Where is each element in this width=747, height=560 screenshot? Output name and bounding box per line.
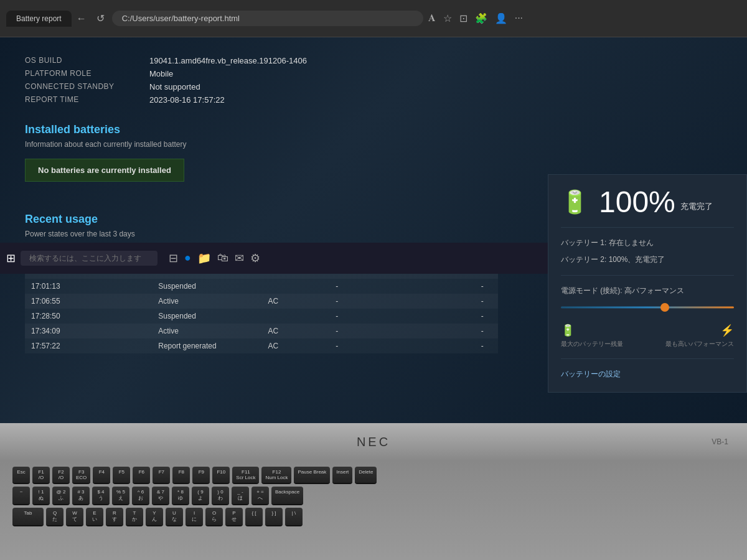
collections-icon[interactable]: ⊡ <box>459 12 467 24</box>
battery1-info: バッテリー 1: 存在しません <box>561 238 734 248</box>
key-o[interactable]: Oら <box>205 508 223 526</box>
task-view-icon[interactable]: ⊟ <box>169 251 178 265</box>
key-8[interactable]: * 8ゆ <box>172 487 189 505</box>
cell-state: Active <box>152 324 261 338</box>
cell-capacity: - <box>329 309 474 324</box>
key-p[interactable]: Pせ <box>225 508 243 526</box>
divider3 <box>561 358 734 359</box>
key-f5[interactable]: F5 <box>113 467 130 484</box>
cell-remaining: - <box>475 309 498 324</box>
cell-state: Suspended <box>152 309 261 324</box>
battery-save-icon: 🔋 <box>561 324 575 337</box>
power-slider[interactable] <box>561 301 734 314</box>
key-f4[interactable]: F4 <box>93 467 110 484</box>
key-i[interactable]: Iに <box>186 508 203 526</box>
cell-state: Report generated <box>152 338 261 353</box>
key-f12[interactable]: F12Num Lock <box>261 467 291 484</box>
cell-start-time: 17:06:55 <box>25 294 152 309</box>
key-f8[interactable]: F8 <box>172 467 190 484</box>
cell-remaining: - <box>475 279 498 294</box>
key-backslash[interactable]: | \ <box>285 508 303 526</box>
os-build-row: OS BUILD 19041.1.amd64fre.vb_release.191… <box>25 56 722 65</box>
key-insert[interactable]: Insert <box>332 467 352 484</box>
favorites-icon[interactable]: ☆ <box>443 12 452 24</box>
keyboard-area: Esc F1/O F2/O F3ECO F4 F5 F6 F7 F8 F9 F1… <box>0 460 747 560</box>
key-f1[interactable]: F1/O <box>32 467 50 484</box>
laptop-brand: NEC <box>357 435 390 449</box>
refresh-button[interactable]: ↺ <box>94 10 107 27</box>
key-u[interactable]: Uな <box>166 508 183 526</box>
key-backspace[interactable]: Backspace <box>271 487 303 505</box>
key-esc[interactable]: Esc <box>12 467 30 484</box>
key-y[interactable]: Yん <box>146 508 163 526</box>
cell-start-time: 17:01:13 <box>25 279 152 294</box>
slider-left-label: 最大のバッテリー残量 <box>561 340 623 348</box>
key-tilde[interactable]: ~ <box>12 487 30 505</box>
battery-settings-link[interactable]: バッテリーの設定 <box>561 369 734 380</box>
connected-standby-label: CONNECTED STANDBY <box>25 82 149 91</box>
key-1[interactable]: ! 1ぬ <box>32 487 50 505</box>
keyboard-keys: Esc F1/O F2/O F3ECO F4 F5 F6 F7 F8 F9 F1… <box>0 460 747 533</box>
back-button[interactable]: ← <box>74 11 89 27</box>
browser-tab[interactable]: Battery report <box>6 11 72 27</box>
key-9[interactable]: ( 9よ <box>192 487 209 505</box>
key-bracket-r[interactable]: } ] <box>265 508 283 526</box>
connected-standby-value: Not supported <box>149 82 200 91</box>
cell-capacity: - <box>329 324 474 338</box>
profile-icon[interactable]: 👤 <box>495 12 507 24</box>
cell-source: AC <box>261 324 329 338</box>
key-2[interactable]: @ 2ふ <box>52 487 70 505</box>
taskbar-search[interactable] <box>21 251 157 266</box>
store-icon[interactable]: 🛍 <box>217 251 228 265</box>
key-f9[interactable]: F9 <box>192 467 210 484</box>
os-build-value: 19041.1.amd64fre.vb_release.191206-1406 <box>149 56 307 65</box>
browser-toolbar: 𝐀 ☆ ⊡ 🧩 👤 ··· <box>428 12 523 24</box>
key-pause[interactable]: Pause Break <box>294 467 330 484</box>
key-q[interactable]: Qた <box>46 508 63 526</box>
key-delete[interactable]: Delete <box>355 467 377 484</box>
key-6[interactable]: ^ 6お <box>132 487 149 505</box>
settings-icon[interactable]: ⚙ <box>250 251 260 265</box>
key-7[interactable]: & 7や <box>152 487 169 505</box>
laptop-model: VB-1 <box>712 437 728 446</box>
key-4[interactable]: $ 4う <box>92 487 110 505</box>
key-w[interactable]: Wて <box>66 508 83 526</box>
key-equals[interactable]: + =へ <box>251 487 269 505</box>
cell-remaining: - <box>475 324 498 338</box>
start-button[interactable]: ⊞ <box>6 251 16 265</box>
key-f3[interactable]: F3ECO <box>72 467 90 484</box>
key-minus[interactable]: _ -ほ <box>232 487 249 505</box>
cell-remaining: - <box>475 338 498 353</box>
cell-start-time: 17:28:50 <box>25 309 152 324</box>
key-e[interactable]: Eい <box>86 508 103 526</box>
battery-percent: 100% <box>599 187 675 217</box>
mail-icon[interactable]: ✉ <box>235 251 244 265</box>
battery-icons-row: 🔋 ⚡ <box>561 324 734 337</box>
battery2-info: バッテリー 2: 100%、充電完了 <box>561 254 734 265</box>
extensions-icon[interactable]: 🧩 <box>475 12 487 24</box>
key-f6[interactable]: F6 <box>133 467 150 484</box>
cell-source: AC <box>261 338 329 353</box>
key-f7[interactable]: F7 <box>153 467 170 484</box>
edge-icon[interactable]: ● <box>184 251 191 265</box>
key-3[interactable]: # 3あ <box>72 487 90 505</box>
power-slider-thumb[interactable] <box>660 303 669 312</box>
key-bracket-l[interactable]: { [ <box>245 508 263 526</box>
key-5[interactable]: % 5え <box>112 487 129 505</box>
key-0[interactable]: ) 0わ <box>212 487 229 505</box>
key-f2[interactable]: F2/O <box>52 467 70 484</box>
taskbar-app-icons: ⊟ ● 📁 🛍 ✉ ⚙ <box>169 251 260 265</box>
key-f11[interactable]: F11Scr Lock <box>232 467 259 484</box>
key-r[interactable]: Rす <box>106 508 123 526</box>
key-t[interactable]: Tか <box>126 508 143 526</box>
platform-role-value: Mobile <box>149 69 173 78</box>
more-icon[interactable]: ··· <box>515 12 523 24</box>
explorer-icon[interactable]: 📁 <box>197 251 211 265</box>
address-bar[interactable]: C:/Users/user/battery-report.html <box>112 11 423 26</box>
key-tab[interactable]: Tab <box>12 508 44 526</box>
reader-mode-icon[interactable]: 𝐀 <box>428 12 436 24</box>
cell-capacity: - <box>329 294 474 309</box>
cell-source <box>261 279 329 294</box>
key-f10[interactable]: F10 <box>212 467 230 484</box>
report-time-label: REPORT TIME <box>25 95 149 105</box>
